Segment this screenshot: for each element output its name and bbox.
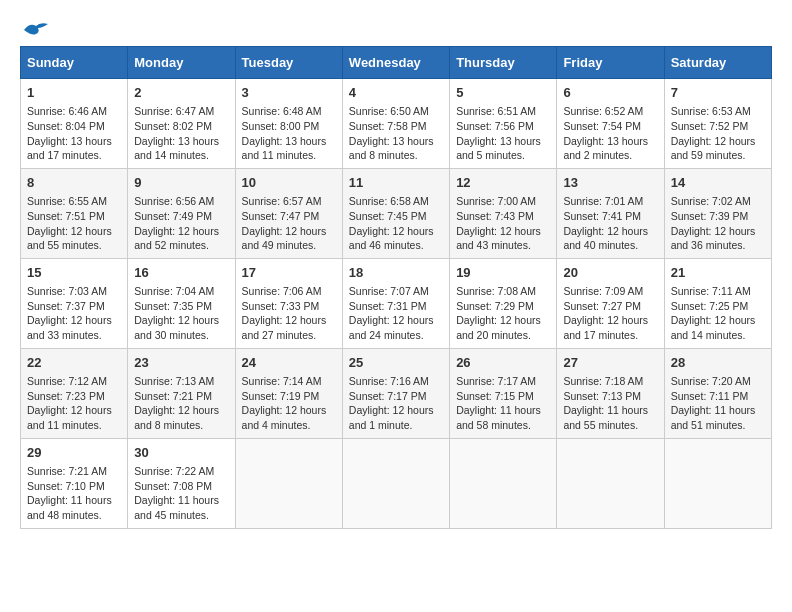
day-info: Sunrise: 6:46 AM Sunset: 8:04 PM Dayligh… bbox=[27, 104, 121, 163]
day-info: Sunrise: 7:21 AM Sunset: 7:10 PM Dayligh… bbox=[27, 464, 121, 523]
day-number: 30 bbox=[134, 444, 228, 462]
day-cell: 24Sunrise: 7:14 AM Sunset: 7:19 PM Dayli… bbox=[235, 348, 342, 438]
day-cell bbox=[664, 438, 771, 528]
week-row-4: 22Sunrise: 7:12 AM Sunset: 7:23 PM Dayli… bbox=[21, 348, 772, 438]
day-number: 18 bbox=[349, 264, 443, 282]
day-cell: 19Sunrise: 7:08 AM Sunset: 7:29 PM Dayli… bbox=[450, 258, 557, 348]
day-cell: 11Sunrise: 6:58 AM Sunset: 7:45 PM Dayli… bbox=[342, 168, 449, 258]
logo bbox=[20, 20, 50, 36]
day-number: 29 bbox=[27, 444, 121, 462]
week-row-3: 15Sunrise: 7:03 AM Sunset: 7:37 PM Dayli… bbox=[21, 258, 772, 348]
day-info: Sunrise: 7:18 AM Sunset: 7:13 PM Dayligh… bbox=[563, 374, 657, 433]
day-info: Sunrise: 7:07 AM Sunset: 7:31 PM Dayligh… bbox=[349, 284, 443, 343]
week-row-2: 8Sunrise: 6:55 AM Sunset: 7:51 PM Daylig… bbox=[21, 168, 772, 258]
day-cell: 21Sunrise: 7:11 AM Sunset: 7:25 PM Dayli… bbox=[664, 258, 771, 348]
day-number: 7 bbox=[671, 84, 765, 102]
page-header bbox=[20, 20, 772, 36]
day-number: 24 bbox=[242, 354, 336, 372]
day-number: 1 bbox=[27, 84, 121, 102]
col-header-monday: Monday bbox=[128, 47, 235, 79]
day-number: 17 bbox=[242, 264, 336, 282]
day-info: Sunrise: 6:48 AM Sunset: 8:00 PM Dayligh… bbox=[242, 104, 336, 163]
day-info: Sunrise: 6:57 AM Sunset: 7:47 PM Dayligh… bbox=[242, 194, 336, 253]
day-info: Sunrise: 7:00 AM Sunset: 7:43 PM Dayligh… bbox=[456, 194, 550, 253]
day-info: Sunrise: 6:53 AM Sunset: 7:52 PM Dayligh… bbox=[671, 104, 765, 163]
day-info: Sunrise: 7:04 AM Sunset: 7:35 PM Dayligh… bbox=[134, 284, 228, 343]
day-number: 23 bbox=[134, 354, 228, 372]
day-number: 12 bbox=[456, 174, 550, 192]
day-info: Sunrise: 7:02 AM Sunset: 7:39 PM Dayligh… bbox=[671, 194, 765, 253]
day-number: 3 bbox=[242, 84, 336, 102]
day-cell: 1Sunrise: 6:46 AM Sunset: 8:04 PM Daylig… bbox=[21, 79, 128, 169]
day-cell: 18Sunrise: 7:07 AM Sunset: 7:31 PM Dayli… bbox=[342, 258, 449, 348]
day-cell: 9Sunrise: 6:56 AM Sunset: 7:49 PM Daylig… bbox=[128, 168, 235, 258]
day-cell: 10Sunrise: 6:57 AM Sunset: 7:47 PM Dayli… bbox=[235, 168, 342, 258]
day-cell: 30Sunrise: 7:22 AM Sunset: 7:08 PM Dayli… bbox=[128, 438, 235, 528]
day-cell bbox=[342, 438, 449, 528]
day-cell: 13Sunrise: 7:01 AM Sunset: 7:41 PM Dayli… bbox=[557, 168, 664, 258]
col-header-friday: Friday bbox=[557, 47, 664, 79]
day-number: 5 bbox=[456, 84, 550, 102]
day-number: 27 bbox=[563, 354, 657, 372]
calendar-table: SundayMondayTuesdayWednesdayThursdayFrid… bbox=[20, 46, 772, 529]
day-number: 4 bbox=[349, 84, 443, 102]
day-info: Sunrise: 7:20 AM Sunset: 7:11 PM Dayligh… bbox=[671, 374, 765, 433]
day-number: 22 bbox=[27, 354, 121, 372]
day-info: Sunrise: 7:22 AM Sunset: 7:08 PM Dayligh… bbox=[134, 464, 228, 523]
logo-bird-icon bbox=[22, 20, 50, 40]
day-cell: 8Sunrise: 6:55 AM Sunset: 7:51 PM Daylig… bbox=[21, 168, 128, 258]
week-row-5: 29Sunrise: 7:21 AM Sunset: 7:10 PM Dayli… bbox=[21, 438, 772, 528]
day-number: 8 bbox=[27, 174, 121, 192]
day-cell: 14Sunrise: 7:02 AM Sunset: 7:39 PM Dayli… bbox=[664, 168, 771, 258]
day-number: 16 bbox=[134, 264, 228, 282]
day-info: Sunrise: 7:12 AM Sunset: 7:23 PM Dayligh… bbox=[27, 374, 121, 433]
day-info: Sunrise: 6:50 AM Sunset: 7:58 PM Dayligh… bbox=[349, 104, 443, 163]
day-info: Sunrise: 6:55 AM Sunset: 7:51 PM Dayligh… bbox=[27, 194, 121, 253]
day-number: 13 bbox=[563, 174, 657, 192]
col-header-saturday: Saturday bbox=[664, 47, 771, 79]
day-number: 25 bbox=[349, 354, 443, 372]
col-header-thursday: Thursday bbox=[450, 47, 557, 79]
day-cell: 17Sunrise: 7:06 AM Sunset: 7:33 PM Dayli… bbox=[235, 258, 342, 348]
day-info: Sunrise: 7:01 AM Sunset: 7:41 PM Dayligh… bbox=[563, 194, 657, 253]
day-cell bbox=[235, 438, 342, 528]
day-cell: 7Sunrise: 6:53 AM Sunset: 7:52 PM Daylig… bbox=[664, 79, 771, 169]
day-number: 6 bbox=[563, 84, 657, 102]
day-info: Sunrise: 7:13 AM Sunset: 7:21 PM Dayligh… bbox=[134, 374, 228, 433]
day-info: Sunrise: 7:17 AM Sunset: 7:15 PM Dayligh… bbox=[456, 374, 550, 433]
day-cell: 4Sunrise: 6:50 AM Sunset: 7:58 PM Daylig… bbox=[342, 79, 449, 169]
day-info: Sunrise: 6:52 AM Sunset: 7:54 PM Dayligh… bbox=[563, 104, 657, 163]
day-info: Sunrise: 6:58 AM Sunset: 7:45 PM Dayligh… bbox=[349, 194, 443, 253]
col-header-tuesday: Tuesday bbox=[235, 47, 342, 79]
day-number: 15 bbox=[27, 264, 121, 282]
calendar-header: SundayMondayTuesdayWednesdayThursdayFrid… bbox=[21, 47, 772, 79]
day-cell: 16Sunrise: 7:04 AM Sunset: 7:35 PM Dayli… bbox=[128, 258, 235, 348]
day-info: Sunrise: 6:47 AM Sunset: 8:02 PM Dayligh… bbox=[134, 104, 228, 163]
day-cell: 5Sunrise: 6:51 AM Sunset: 7:56 PM Daylig… bbox=[450, 79, 557, 169]
day-cell bbox=[557, 438, 664, 528]
day-cell: 22Sunrise: 7:12 AM Sunset: 7:23 PM Dayli… bbox=[21, 348, 128, 438]
day-cell: 6Sunrise: 6:52 AM Sunset: 7:54 PM Daylig… bbox=[557, 79, 664, 169]
col-header-wednesday: Wednesday bbox=[342, 47, 449, 79]
header-row: SundayMondayTuesdayWednesdayThursdayFrid… bbox=[21, 47, 772, 79]
day-cell: 25Sunrise: 7:16 AM Sunset: 7:17 PM Dayli… bbox=[342, 348, 449, 438]
day-number: 28 bbox=[671, 354, 765, 372]
day-info: Sunrise: 7:08 AM Sunset: 7:29 PM Dayligh… bbox=[456, 284, 550, 343]
day-info: Sunrise: 7:03 AM Sunset: 7:37 PM Dayligh… bbox=[27, 284, 121, 343]
day-info: Sunrise: 6:51 AM Sunset: 7:56 PM Dayligh… bbox=[456, 104, 550, 163]
day-number: 19 bbox=[456, 264, 550, 282]
day-number: 20 bbox=[563, 264, 657, 282]
day-cell: 27Sunrise: 7:18 AM Sunset: 7:13 PM Dayli… bbox=[557, 348, 664, 438]
week-row-1: 1Sunrise: 6:46 AM Sunset: 8:04 PM Daylig… bbox=[21, 79, 772, 169]
day-number: 26 bbox=[456, 354, 550, 372]
day-number: 9 bbox=[134, 174, 228, 192]
day-number: 11 bbox=[349, 174, 443, 192]
day-cell: 20Sunrise: 7:09 AM Sunset: 7:27 PM Dayli… bbox=[557, 258, 664, 348]
day-info: Sunrise: 7:16 AM Sunset: 7:17 PM Dayligh… bbox=[349, 374, 443, 433]
day-cell: 29Sunrise: 7:21 AM Sunset: 7:10 PM Dayli… bbox=[21, 438, 128, 528]
day-cell: 23Sunrise: 7:13 AM Sunset: 7:21 PM Dayli… bbox=[128, 348, 235, 438]
day-info: Sunrise: 7:09 AM Sunset: 7:27 PM Dayligh… bbox=[563, 284, 657, 343]
day-info: Sunrise: 7:06 AM Sunset: 7:33 PM Dayligh… bbox=[242, 284, 336, 343]
day-cell: 2Sunrise: 6:47 AM Sunset: 8:02 PM Daylig… bbox=[128, 79, 235, 169]
day-number: 14 bbox=[671, 174, 765, 192]
